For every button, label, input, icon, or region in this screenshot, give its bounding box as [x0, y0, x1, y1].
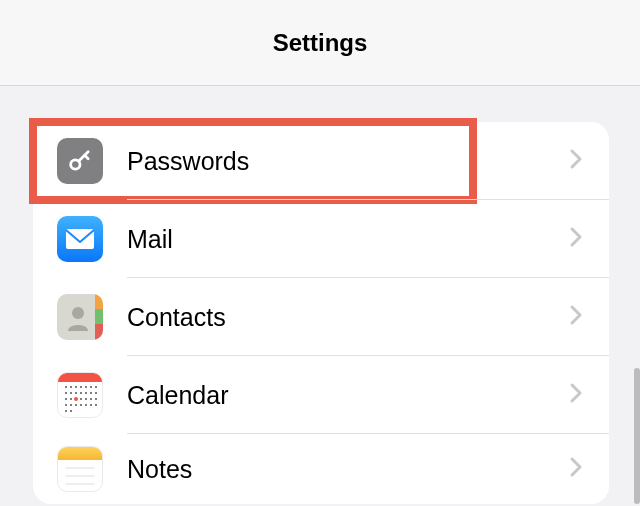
- svg-point-8: [90, 386, 92, 388]
- svg-point-19: [80, 398, 82, 400]
- svg-point-20: [85, 398, 87, 400]
- calendar-icon: [57, 372, 103, 418]
- notes-icon: [57, 446, 103, 492]
- svg-point-12: [75, 392, 77, 394]
- svg-point-5: [75, 386, 77, 388]
- svg-point-25: [75, 404, 77, 406]
- chevron-right-icon: [569, 226, 583, 252]
- settings-list: Passwords Mail: [33, 122, 609, 504]
- row-label: Passwords: [127, 147, 569, 176]
- svg-rect-1: [66, 229, 94, 249]
- svg-point-15: [90, 392, 92, 394]
- row-label: Notes: [127, 455, 569, 484]
- svg-point-32: [74, 397, 78, 401]
- svg-point-16: [95, 392, 97, 394]
- svg-point-21: [90, 398, 92, 400]
- mail-icon: [57, 216, 103, 262]
- page-title: Settings: [273, 29, 368, 57]
- svg-point-28: [90, 404, 92, 406]
- row-label: Calendar: [127, 381, 569, 410]
- svg-point-2: [72, 307, 84, 319]
- key-icon: [57, 138, 103, 184]
- row-label: Contacts: [127, 303, 569, 332]
- row-calendar[interactable]: Calendar: [33, 356, 609, 434]
- row-passwords[interactable]: Passwords: [33, 122, 609, 200]
- svg-point-7: [85, 386, 87, 388]
- row-contacts[interactable]: Contacts: [33, 278, 609, 356]
- chevron-right-icon: [569, 382, 583, 408]
- svg-point-6: [80, 386, 82, 388]
- chevron-right-icon: [569, 304, 583, 330]
- svg-point-14: [85, 392, 87, 394]
- svg-point-27: [85, 404, 87, 406]
- row-mail[interactable]: Mail: [33, 200, 609, 278]
- svg-point-30: [65, 410, 67, 412]
- svg-point-3: [65, 386, 67, 388]
- header-bar: Settings: [0, 0, 640, 86]
- svg-point-24: [70, 404, 72, 406]
- row-notes[interactable]: Notes: [33, 434, 609, 504]
- svg-point-13: [80, 392, 82, 394]
- svg-point-17: [65, 398, 67, 400]
- svg-point-31: [70, 410, 72, 412]
- svg-point-26: [80, 404, 82, 406]
- svg-point-10: [65, 392, 67, 394]
- svg-point-22: [95, 398, 97, 400]
- svg-point-9: [95, 386, 97, 388]
- svg-point-4: [70, 386, 72, 388]
- svg-point-18: [70, 398, 72, 400]
- chevron-right-icon: [569, 456, 583, 482]
- contacts-icon: [57, 294, 103, 340]
- chevron-right-icon: [569, 148, 583, 174]
- svg-point-23: [65, 404, 67, 406]
- row-label: Mail: [127, 225, 569, 254]
- scrollbar[interactable]: [634, 368, 640, 504]
- svg-point-29: [95, 404, 97, 406]
- svg-point-11: [70, 392, 72, 394]
